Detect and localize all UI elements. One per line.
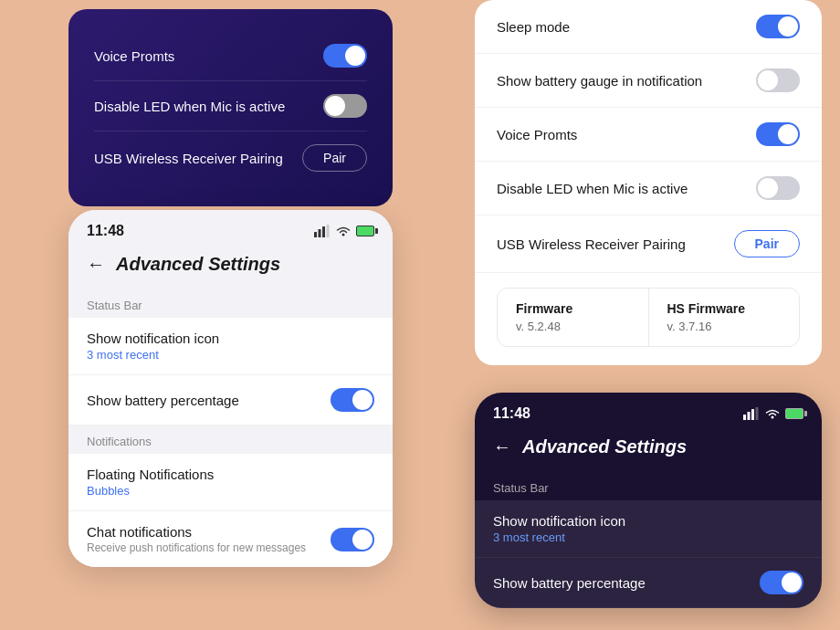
setting-row-voice-promts-1: Voice Promts [94,31,367,81]
svg-point-9 [772,416,774,419]
setting-row-voice-promts-2: Voice Promts [475,108,822,162]
phone-time-light: 11:48 [87,223,124,239]
svg-point-4 [342,234,345,236]
toggle-disable-led-1[interactable] [323,94,367,118]
section-label-status-bar-dark: Status Bar [475,472,822,500]
toggle-chat-notif-light[interactable] [331,528,374,551]
signal-icon-light [314,223,331,239]
setting-text-battery-pct-light: Show battery percentage [87,393,239,408]
battery-icon-light [356,226,374,236]
firmware-item-main: Firmware v. 5.2.48 [498,289,649,346]
setting-label-voice-promts-1: Voice Promts [94,48,174,64]
setting-item-notif-icon-dark: Show notification icon 3 most recent [475,500,822,558]
firmware-version-main: v. 5.2.48 [516,320,630,333]
section-label-notifications-light: Notifications [68,425,393,454]
setting-main-battery-pct-dark: Show battery percentage [493,575,646,591]
setting-text-chat-notif-light: Chat notifications Receive push notifica… [87,524,306,554]
card-bottom-left: 11:48 ← Advanced Settings Status Bar [68,210,393,567]
setting-main-floating-notif-light: Floating Notifications [87,467,214,482]
setting-main-notif-icon-dark: Show notification icon [493,513,625,529]
signal-icon-dark [743,405,760,422]
setting-row-usb-pair-1: USB Wireless Receiver Pairing Pair [94,131,367,184]
back-arrow-light[interactable]: ← [87,254,105,275]
back-arrow-dark[interactable]: ← [493,436,511,457]
setting-item-notif-icon-light: Show notification icon 3 most recent [68,318,393,375]
setting-main-chat-notif-light: Chat notifications [87,524,306,540]
page-title-dark: Advanced Settings [522,436,687,457]
toggle-battery-pct-light[interactable] [331,388,374,412]
firmware-name-main: Firmware [516,301,630,316]
setting-text-battery-pct-dark: Show battery percentage [493,575,646,591]
svg-rect-1 [319,229,321,237]
firmware-item-hs: HS Firmware v. 3.7.16 [649,289,800,346]
firmware-name-hs: HS Firmware [667,301,782,316]
firmware-version-hs: v. 3.7.16 [667,320,782,333]
setting-sub-notif-icon-light: 3 most recent [87,348,219,362]
card-top-left: Voice Promts Disable LED when Mic is act… [68,9,393,206]
setting-subgray-chat-notif-light: Receive push notifications for new messa… [87,541,306,554]
setting-row-disable-led-1: Disable LED when Mic is active [94,81,367,131]
pair-button-2[interactable]: Pair [734,230,800,257]
svg-rect-5 [743,415,746,420]
setting-main-battery-pct-light: Show battery percentage [87,393,239,408]
card-top-right: Sleep mode Show battery gauge in notific… [475,0,822,365]
firmware-row: Firmware v. 5.2.48 HS Firmware v. 3.7.16 [497,288,800,347]
setting-label-voice-promts-2: Voice Promts [497,127,577,142]
svg-rect-0 [314,232,317,237]
setting-item-floating-notif-light: Floating Notifications Bubbles [68,454,393,511]
setting-text-notif-icon-dark: Show notification icon 3 most recent [493,513,625,544]
setting-row-usb-pair-2: USB Wireless Receiver Pairing Pair [475,215,822,273]
setting-label-battery-gauge: Show battery gauge in notification [497,73,702,89]
setting-label-disable-led-1: Disable LED when Mic is active [94,99,285,114]
page-header-light: ← Advanced Settings [68,247,393,289]
phone-time-dark: 11:48 [493,405,530,422]
phone-icons-light [314,223,374,239]
toggle-battery-gauge[interactable] [756,68,800,92]
setting-label-usb-pair-1: USB Wireless Receiver Pairing [94,151,283,166]
svg-rect-3 [327,225,330,237]
setting-text-floating-notif-light: Floating Notifications Bubbles [87,467,214,498]
setting-item-chat-notif-light: Chat notifications Receive push notifica… [68,511,393,567]
setting-item-battery-pct-light: Show battery percentage [68,375,393,425]
card-bottom-right: 11:48 ← Advanced Settings Status Bar [475,393,822,608]
setting-main-notif-icon-light: Show notification icon [87,331,219,346]
toggle-sleep-mode[interactable] [756,15,800,38]
setting-sub-floating-notif-light: Bubbles [87,484,214,498]
battery-icon-dark [785,408,803,419]
section-label-status-bar-light: Status Bar [68,289,393,318]
setting-row-disable-led-2: Disable LED when Mic is active [475,162,822,215]
toggle-voice-promts-1[interactable] [323,44,367,68]
page-header-dark: ← Advanced Settings [475,429,822,472]
toggle-disable-led-2[interactable] [756,176,800,200]
wifi-icon-dark [764,405,781,422]
toggle-battery-pct-dark[interactable] [760,571,803,594]
status-bar-light: 11:48 [68,210,393,247]
svg-rect-2 [322,226,325,237]
setting-label-usb-pair-2: USB Wireless Receiver Pairing [497,236,686,252]
toggle-voice-promts-2[interactable] [756,122,800,146]
svg-rect-8 [756,407,759,420]
phone-icons-dark [743,405,803,422]
setting-item-battery-pct-dark: Show battery percentage [475,558,822,608]
setting-sub-notif-icon-dark: 3 most recent [493,530,625,544]
setting-row-sleep-mode: Sleep mode [475,0,822,54]
setting-label-sleep-mode: Sleep mode [497,19,570,35]
setting-text-notif-icon-light: Show notification icon 3 most recent [87,331,219,362]
setting-row-battery-gauge: Show battery gauge in notification [475,54,822,108]
svg-rect-7 [751,409,754,420]
status-bar-dark: 11:48 [475,393,822,429]
page-title-light: Advanced Settings [116,254,280,275]
setting-label-disable-led-2: Disable LED when Mic is active [497,181,688,196]
wifi-icon-light [335,223,352,239]
svg-rect-6 [748,412,751,420]
pair-button-1[interactable]: Pair [302,144,367,172]
